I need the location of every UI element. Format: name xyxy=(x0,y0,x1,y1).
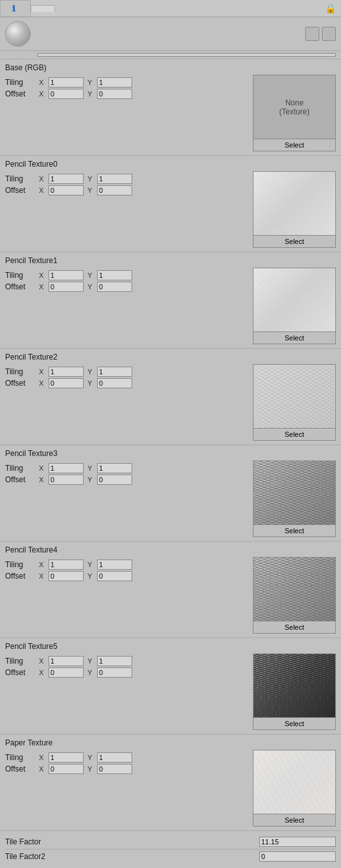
texture-section-0-none: None(Texture) xyxy=(253,75,336,139)
tiling-label: Tiling xyxy=(5,174,37,183)
offset-y-input[interactable] xyxy=(97,89,132,99)
tiling-y-input[interactable] xyxy=(97,174,132,184)
texture-section-7-select-button[interactable]: Select xyxy=(253,814,336,826)
texture-section-3-title: Pencil Texture2 xyxy=(5,353,336,362)
y-label: Y xyxy=(87,572,95,580)
tiling-x-input[interactable] xyxy=(49,270,84,280)
texture-section-5-select-button[interactable]: Select xyxy=(253,621,336,634)
texture-section-1-select-button[interactable]: Select xyxy=(253,235,336,248)
texture-section-7-offset-row: Offset X Y xyxy=(5,764,249,774)
offset-label: Offset xyxy=(5,186,37,195)
texture-section-2-thumb: Select xyxy=(253,268,336,344)
texture-section-0-offset-row: Offset X Y xyxy=(5,89,249,99)
tiling-x-input[interactable] xyxy=(49,174,84,184)
texture-dark-icon xyxy=(254,654,335,717)
texture-section-3-tiling-row: Tiling X Y xyxy=(5,367,249,377)
offset-x-input[interactable] xyxy=(49,764,84,774)
texture-section-1-title: Pencil Texture0 xyxy=(5,160,336,169)
bottom-field-1-label: Tile Factor2 xyxy=(5,852,259,861)
x-label: X xyxy=(39,657,47,665)
texture-section-2-select-button[interactable]: Select xyxy=(253,331,336,344)
y-label: Y xyxy=(87,657,95,665)
x-label: X xyxy=(39,187,47,194)
texture-section-4-offset-row: Offset X Y xyxy=(5,475,249,485)
texture-section-4-select-button[interactable]: Select xyxy=(253,524,336,537)
tiling-x-input[interactable] xyxy=(49,463,84,473)
offset-x-input[interactable] xyxy=(49,282,84,292)
offset-label: Offset xyxy=(5,379,37,388)
texture-section-2: Pencil Texture1 Tiling X Y Offset X Y Se… xyxy=(0,252,341,349)
offset-y-input[interactable] xyxy=(97,764,132,774)
offset-y-input[interactable] xyxy=(97,571,132,581)
bottom-field-0-input[interactable] xyxy=(259,837,336,847)
offset-x-input[interactable] xyxy=(49,667,84,678)
texture-section-1-thumb: Select xyxy=(253,171,336,248)
texture-section-2-image xyxy=(253,268,336,331)
tab-services[interactable] xyxy=(31,5,55,12)
lock-icon: 🔒 xyxy=(325,3,341,13)
tiling-y-input[interactable] xyxy=(97,560,132,570)
texture-section-3-select-button[interactable]: Select xyxy=(253,428,336,441)
tiling-label: Tiling xyxy=(5,560,37,569)
texture-section-5-offset-row: Offset X Y xyxy=(5,571,249,581)
texture-section-7-body: Tiling X Y Offset X Y Select xyxy=(5,750,336,826)
texture-section-7: Paper Texture Tiling X Y Offset X Y Sele… xyxy=(0,735,341,831)
tiling-label: Tiling xyxy=(5,657,37,666)
offset-x-input[interactable] xyxy=(49,571,84,581)
offset-y-input[interactable] xyxy=(97,378,132,388)
offset-y-input[interactable] xyxy=(97,185,132,195)
texture-section-0-title: Base (RGB) xyxy=(5,63,336,72)
offset-x-input[interactable] xyxy=(49,89,84,99)
texture-section-6-offset-row: Offset X Y xyxy=(5,667,249,678)
tab-inspector[interactable]: ℹ xyxy=(0,0,31,17)
tiling-x-input[interactable] xyxy=(49,560,84,570)
offset-x-input[interactable] xyxy=(49,475,84,485)
texture-section-3-fields: Tiling X Y Offset X Y xyxy=(5,364,249,441)
tiling-y-input[interactable] xyxy=(97,463,132,473)
tiling-y-input[interactable] xyxy=(97,77,132,88)
texture-section-4-body: Tiling X Y Offset X Y Select xyxy=(5,461,336,537)
offset-x-input[interactable] xyxy=(49,378,84,388)
texture-section-4-tiling-row: Tiling X Y xyxy=(5,463,249,473)
offset-y-input[interactable] xyxy=(97,282,132,292)
texture-section-3-offset-row: Offset X Y xyxy=(5,378,249,388)
texture-section-1-body: Tiling X Y Offset X Y Select xyxy=(5,171,336,248)
texture-section-6-select-button[interactable]: Select xyxy=(253,717,336,730)
texture-section-7-fields: Tiling X Y Offset X Y xyxy=(5,750,249,826)
y-label: Y xyxy=(87,476,95,483)
tiling-y-input[interactable] xyxy=(97,656,132,666)
tiling-x-input[interactable] xyxy=(49,656,84,666)
texture-medium-icon xyxy=(254,365,335,428)
info-icon: ℹ xyxy=(12,4,15,13)
texture-section-3: Pencil Texture2 Tiling X Y Offset X Y Se… xyxy=(0,349,341,445)
x-label: X xyxy=(39,271,47,279)
tiling-y-input[interactable] xyxy=(97,752,132,763)
texture-section-1-fields: Tiling X Y Offset X Y xyxy=(5,171,249,248)
bottom-field-1-input[interactable] xyxy=(259,851,336,862)
tiling-y-input[interactable] xyxy=(97,367,132,377)
tiling-label: Tiling xyxy=(5,753,37,762)
tiling-y-input[interactable] xyxy=(97,270,132,280)
material-header xyxy=(0,17,341,51)
x-label: X xyxy=(39,283,47,291)
settings-button[interactable] xyxy=(322,27,336,41)
texture-section-4: Pencil Texture3 Tiling X Y Offset X Y Se… xyxy=(0,445,341,542)
texture-heavy-icon xyxy=(254,558,335,621)
offset-y-input[interactable] xyxy=(97,475,132,485)
offset-x-input[interactable] xyxy=(49,185,84,195)
tiling-x-input[interactable] xyxy=(49,77,84,88)
shader-dropdown[interactable] xyxy=(37,53,336,57)
texture-light-icon xyxy=(254,268,335,331)
y-label: Y xyxy=(87,561,95,568)
texture-section-0-select-button[interactable]: Select xyxy=(253,139,336,151)
texture-section-3-thumb: Select xyxy=(253,364,336,441)
material-preview-icon xyxy=(5,21,31,47)
tiling-x-input[interactable] xyxy=(49,752,84,763)
y-label: Y xyxy=(87,368,95,376)
tiling-x-input[interactable] xyxy=(49,367,84,377)
tiling-label: Tiling xyxy=(5,464,37,473)
help-button[interactable] xyxy=(305,27,319,41)
offset-y-input[interactable] xyxy=(97,667,132,678)
y-label: Y xyxy=(87,90,95,98)
texture-section-2-offset-row: Offset X Y xyxy=(5,282,249,292)
